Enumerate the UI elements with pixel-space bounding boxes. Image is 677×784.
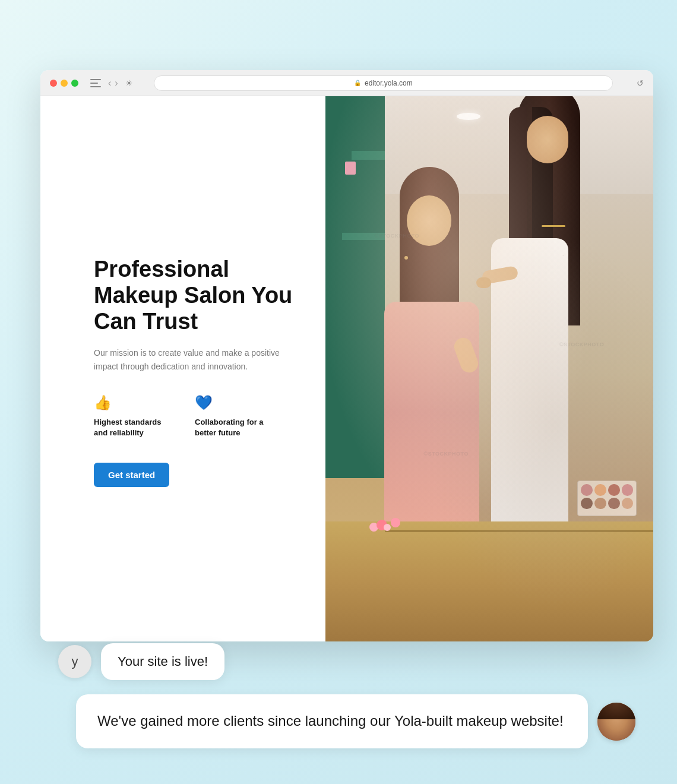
feature-2-label: Collaborating for a better future xyxy=(195,417,272,438)
notification-2-text: We've gained more clients since launchin… xyxy=(97,713,564,729)
user-avatar-image xyxy=(597,703,635,741)
feature-item-2: 💙 Collaborating for a better future xyxy=(195,394,272,438)
chat-bubble-2: We've gained more clients since launchin… xyxy=(76,694,588,748)
notification-1-text: Your site is live! xyxy=(118,654,208,669)
browser-chrome: ‹ › ☀ 🔒 editor.yola.com ↺ xyxy=(40,70,653,96)
hero-left-panel: Professional Makeup Salon You Can Trust … xyxy=(40,96,325,641)
feature-item-1: 👍 Highest standards and reliability xyxy=(94,394,171,438)
reload-icon[interactable]: ↺ xyxy=(637,78,644,88)
hero-image-panel: ©stockphoto ©stockphoto ©stockphoto xyxy=(325,96,653,641)
browser-window: ‹ › ☀ 🔒 editor.yola.com ↺ Professional M… xyxy=(40,70,653,641)
salon-scene-image: ©stockphoto ©stockphoto ©stockphoto xyxy=(325,96,653,641)
hero-title: Professional Makeup Salon You Can Trust xyxy=(94,257,296,334)
nav-arrows: ‹ › xyxy=(108,78,118,88)
address-bar[interactable]: 🔒 editor.yola.com xyxy=(154,75,613,91)
feature-1-label: Highest standards and reliability xyxy=(94,417,171,438)
chat-notification-1: y Your site is live! xyxy=(58,643,635,680)
forward-arrow-icon[interactable]: › xyxy=(115,78,118,88)
lock-icon: 🔒 xyxy=(354,80,361,86)
minimize-button[interactable] xyxy=(61,80,68,87)
thumbs-up-icon: 👍 xyxy=(94,394,171,411)
sidebar-toggle-icon[interactable] xyxy=(90,79,101,87)
chat-bubble-1: Your site is live! xyxy=(101,643,224,680)
user-avatar xyxy=(597,703,635,741)
features-row: 👍 Highest standards and reliability 💙 Co… xyxy=(94,394,296,438)
url-text: editor.yola.com xyxy=(365,79,413,87)
privacy-icon: ☀ xyxy=(125,78,135,88)
heart-icon: 💙 xyxy=(195,394,272,411)
get-started-button[interactable]: Get started xyxy=(94,463,169,487)
chat-area: y Your site is live! We've gained more c… xyxy=(40,643,653,748)
website-content: Professional Makeup Salon You Can Trust … xyxy=(40,96,653,641)
chat-notification-2: We've gained more clients since launchin… xyxy=(76,694,635,748)
image-overlay xyxy=(325,96,653,641)
maximize-button[interactable] xyxy=(71,80,78,87)
hero-description: Our mission is to create value and make … xyxy=(94,346,296,373)
yola-avatar: y xyxy=(58,645,91,678)
back-arrow-icon[interactable]: ‹ xyxy=(108,78,111,88)
yola-letter: y xyxy=(72,654,78,669)
user-avatar-hair xyxy=(597,703,635,720)
traffic-lights xyxy=(50,80,78,87)
close-button[interactable] xyxy=(50,80,57,87)
